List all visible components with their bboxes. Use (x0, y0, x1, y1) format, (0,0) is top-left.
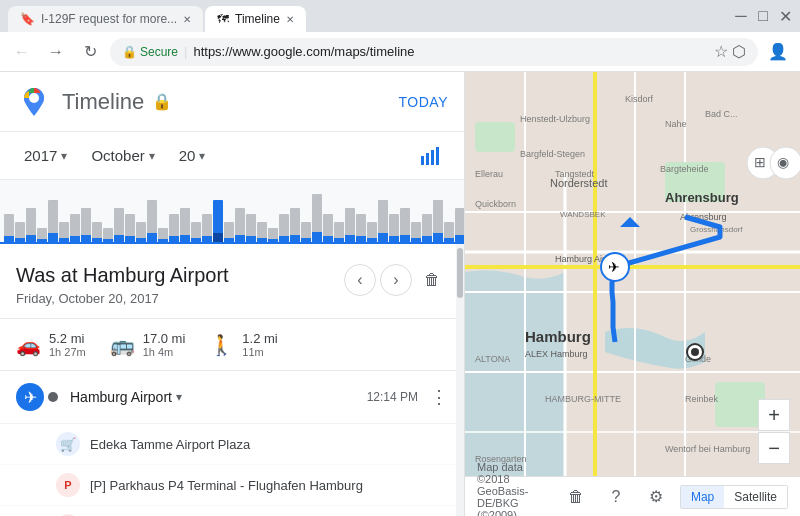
drive-distance: 5.2 mi (49, 331, 86, 346)
bar-18[interactable] (202, 214, 212, 242)
address-field[interactable]: 🔒 Secure | https://www.google.com/maps/t… (110, 38, 758, 66)
bar-32[interactable] (356, 214, 366, 242)
bar-0[interactable] (4, 214, 14, 242)
bar-31[interactable] (345, 208, 355, 242)
location-dot-icon (48, 392, 58, 402)
bar-19[interactable] (213, 200, 223, 242)
chrome-tab-2[interactable]: 🗺 Timeline ✕ (205, 6, 306, 32)
walk-distance: 1.2 mi (242, 331, 277, 346)
scrollbar-thumb[interactable] (457, 248, 463, 298)
trash-icon-btn[interactable]: 🗑 (560, 481, 592, 513)
bar-11[interactable] (125, 214, 135, 242)
bar-17[interactable] (191, 222, 201, 242)
airplane-icon: ✈ (16, 383, 44, 411)
svg-rect-19 (475, 122, 515, 152)
bar-12[interactable] (136, 222, 146, 242)
map-type-satellite[interactable]: Satellite (724, 486, 787, 508)
close-btn[interactable]: ✕ (778, 9, 792, 23)
bar-37[interactable] (411, 222, 421, 242)
bar-24[interactable] (268, 228, 278, 242)
bar-22[interactable] (246, 214, 256, 242)
bar-23[interactable] (257, 222, 267, 242)
svg-point-1 (29, 93, 39, 103)
settings-icon-btn[interactable]: ⚙ (640, 481, 672, 513)
bar-5[interactable] (59, 222, 69, 242)
help-icon-btn[interactable]: ? (600, 481, 632, 513)
svg-text:Ahrensburg: Ahrensburg (665, 190, 739, 205)
bar-40[interactable] (444, 222, 454, 242)
bar-25[interactable] (279, 214, 289, 242)
day-dropdown[interactable]: 20 ▾ (171, 143, 214, 168)
bar-29[interactable] (323, 214, 333, 242)
svg-text:Hamburg: Hamburg (525, 328, 591, 345)
bar-2[interactable] (26, 208, 36, 242)
bar-36[interactable] (400, 208, 410, 242)
bar-15[interactable] (169, 214, 179, 242)
bar-26[interactable] (290, 208, 300, 242)
chrome-tab-1[interactable]: 🔖 I-129F request for more... ✕ (8, 6, 203, 32)
map-bottom-icons: 🗑 ? ⚙ (560, 481, 672, 513)
main-layout: Timeline 🔒 TODAY 2017 ▾ October ▾ 20 ▾ (0, 72, 800, 516)
day-arrow: ▾ (199, 149, 205, 163)
extensions-icon[interactable]: ⬡ (732, 42, 746, 61)
account-icon[interactable]: 👤 (764, 38, 792, 66)
bar-21[interactable] (235, 208, 245, 242)
bar-14[interactable] (158, 228, 168, 242)
was-at-title: Was at Hamburg Airport (16, 264, 229, 287)
bar-30[interactable] (334, 222, 344, 242)
calendar-bars (0, 180, 464, 244)
bar-4[interactable] (48, 200, 58, 242)
map-type-map[interactable]: Map (681, 486, 724, 508)
year-dropdown[interactable]: 2017 ▾ (16, 143, 75, 168)
svg-text:Nahe: Nahe (665, 119, 687, 129)
more-options-btn[interactable]: ⋮ (430, 386, 448, 408)
bar-8[interactable] (92, 222, 102, 242)
bar-3[interactable] (37, 228, 47, 242)
minimize-btn[interactable]: ─ (734, 9, 748, 23)
bar-20[interactable] (224, 222, 234, 242)
map-background[interactable]: Kisdorf Henstedt-Ulzburg Nahe Bad C... B… (465, 72, 800, 516)
bar-39[interactable] (433, 200, 443, 242)
bar-28[interactable] (312, 194, 322, 242)
location-name-dropdown[interactable]: Hamburg Airport ▾ (70, 389, 355, 405)
tab2-close[interactable]: ✕ (286, 14, 294, 25)
svg-text:Reinbek: Reinbek (685, 394, 719, 404)
zoom-out-btn[interactable]: − (758, 432, 790, 464)
scrollbar-track[interactable] (456, 244, 464, 516)
bookmark-icon[interactable]: ☆ (714, 42, 728, 61)
was-at-info: Was at Hamburg Airport Friday, October 2… (16, 264, 229, 306)
svg-text:Kisdorf: Kisdorf (625, 94, 654, 104)
bar-1[interactable] (15, 222, 25, 242)
zoom-in-btn[interactable]: + (758, 399, 790, 431)
bar-16[interactable] (180, 208, 190, 242)
bar-33[interactable] (367, 222, 377, 242)
chart-icon-btn[interactable] (412, 138, 448, 174)
svg-text:✈: ✈ (608, 259, 620, 275)
walk-icon: 🚶 (209, 333, 234, 357)
bar-38[interactable] (422, 214, 432, 242)
bar-10[interactable] (114, 208, 124, 242)
map-attribution: Map data ©2018 GeoBasis-DE/BKG (©2009), … (477, 461, 552, 517)
bar-34[interactable] (378, 200, 388, 242)
prev-btn[interactable]: ‹ (344, 264, 376, 296)
bar-27[interactable] (301, 222, 311, 242)
bar-9[interactable] (103, 228, 113, 242)
next-btn[interactable]: › (380, 264, 412, 296)
delete-btn[interactable]: 🗑 (416, 264, 448, 296)
bar-41[interactable] (455, 208, 464, 242)
svg-text:ALEX Hamburg: ALEX Hamburg (525, 349, 588, 359)
refresh-btn[interactable]: ↻ (76, 38, 104, 66)
today-button[interactable]: TODAY (399, 94, 448, 110)
svg-point-48 (691, 348, 699, 356)
bar-7[interactable] (81, 208, 91, 242)
bar-13[interactable] (147, 200, 157, 242)
month-dropdown[interactable]: October ▾ (83, 143, 162, 168)
scroll-content[interactable]: Was at Hamburg Airport Friday, October 2… (0, 244, 464, 516)
forward-btn[interactable]: → (42, 38, 70, 66)
bar-35[interactable] (389, 214, 399, 242)
back-btn[interactable]: ← (8, 38, 36, 66)
tab1-close[interactable]: ✕ (183, 14, 191, 25)
bar-6[interactable] (70, 214, 80, 242)
maps-logo (16, 84, 52, 120)
maximize-btn[interactable]: □ (756, 9, 770, 23)
